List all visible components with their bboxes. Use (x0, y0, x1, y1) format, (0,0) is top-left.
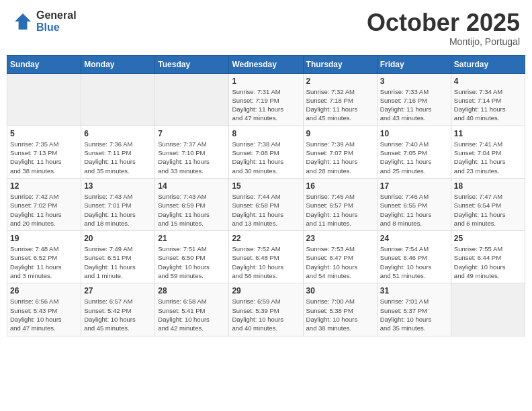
logo-general: General (36, 9, 77, 21)
day-info: Sunrise: 7:33 AM Sunset: 7:16 PM Dayligh… (380, 87, 448, 123)
logo-blue: Blue (36, 21, 77, 34)
day-info: Sunrise: 6:59 AM Sunset: 5:39 PM Dayligh… (232, 297, 300, 332)
calendar-week-row: 12Sunrise: 7:42 AM Sunset: 7:02 PM Dayli… (7, 178, 525, 230)
day-info: Sunrise: 7:53 AM Sunset: 6:47 PM Dayligh… (306, 244, 374, 280)
day-number: 5 (10, 129, 78, 138)
title-block: October 2025 Montijo, Portugal (367, 9, 520, 47)
day-number: 1 (232, 77, 300, 86)
calendar-cell: 28Sunrise: 6:58 AM Sunset: 5:41 PM Dayli… (155, 283, 229, 336)
weekday-header: Saturday (451, 55, 525, 73)
calendar-cell: 16Sunrise: 7:45 AM Sunset: 6:57 PM Dayli… (303, 178, 377, 230)
day-number: 9 (306, 129, 374, 138)
weekday-header: Friday (377, 55, 451, 73)
calendar-cell: 31Sunrise: 7:01 AM Sunset: 5:37 PM Dayli… (377, 283, 451, 336)
month-title: October 2025 (367, 9, 520, 36)
day-number: 11 (454, 129, 522, 138)
day-info: Sunrise: 7:45 AM Sunset: 6:57 PM Dayligh… (306, 192, 374, 228)
calendar-cell: 2Sunrise: 7:32 AM Sunset: 7:18 PM Daylig… (303, 73, 377, 126)
calendar-cell: 7Sunrise: 7:37 AM Sunset: 7:10 PM Daylig… (155, 126, 229, 178)
calendar-cell: 21Sunrise: 7:51 AM Sunset: 6:50 PM Dayli… (155, 231, 229, 283)
calendar-cell: 6Sunrise: 7:36 AM Sunset: 7:11 PM Daylig… (81, 126, 155, 178)
day-number: 17 (380, 181, 448, 191)
day-number: 3 (380, 77, 448, 86)
calendar-week-row: 26Sunrise: 6:56 AM Sunset: 5:43 PM Dayli… (7, 283, 525, 336)
day-number: 22 (232, 234, 300, 243)
page-header: General Blue October 2025 Montijo, Portu… (7, 7, 525, 50)
day-number: 26 (10, 286, 78, 295)
calendar-cell: 23Sunrise: 7:53 AM Sunset: 6:47 PM Dayli… (303, 231, 377, 283)
day-info: Sunrise: 7:54 AM Sunset: 6:46 PM Dayligh… (380, 244, 448, 280)
calendar-table: SundayMondayTuesdayWednesdayThursdayFrid… (7, 55, 525, 336)
day-number: 15 (232, 181, 300, 191)
day-info: Sunrise: 7:44 AM Sunset: 6:58 PM Dayligh… (232, 192, 300, 228)
day-number: 20 (84, 234, 152, 243)
day-info: Sunrise: 7:35 AM Sunset: 7:13 PM Dayligh… (10, 140, 78, 175)
calendar-cell (81, 73, 155, 126)
weekday-header: Wednesday (229, 55, 303, 73)
day-info: Sunrise: 6:57 AM Sunset: 5:42 PM Dayligh… (84, 297, 152, 332)
day-info: Sunrise: 7:34 AM Sunset: 7:14 PM Dayligh… (454, 87, 522, 123)
weekday-header: Tuesday (155, 55, 229, 73)
day-number: 6 (84, 129, 152, 138)
calendar-cell: 26Sunrise: 6:56 AM Sunset: 5:43 PM Dayli… (7, 283, 81, 336)
calendar-cell: 5Sunrise: 7:35 AM Sunset: 7:13 PM Daylig… (7, 126, 81, 178)
day-number: 31 (380, 286, 448, 295)
day-info: Sunrise: 7:32 AM Sunset: 7:18 PM Dayligh… (306, 87, 374, 123)
day-number: 30 (306, 286, 374, 295)
day-number: 13 (84, 181, 152, 191)
day-number: 7 (158, 129, 226, 138)
day-info: Sunrise: 7:38 AM Sunset: 7:08 PM Dayligh… (232, 140, 300, 175)
day-info: Sunrise: 7:46 AM Sunset: 6:55 PM Dayligh… (380, 192, 448, 228)
calendar-cell (451, 283, 525, 336)
calendar-cell: 3Sunrise: 7:33 AM Sunset: 7:16 PM Daylig… (377, 73, 451, 126)
location-subtitle: Montijo, Portugal (367, 36, 520, 47)
day-number: 23 (306, 234, 374, 243)
calendar-cell: 1Sunrise: 7:31 AM Sunset: 7:19 PM Daylig… (229, 73, 303, 126)
calendar-cell: 22Sunrise: 7:52 AM Sunset: 6:48 PM Dayli… (229, 231, 303, 283)
day-info: Sunrise: 7:31 AM Sunset: 7:19 PM Dayligh… (232, 87, 300, 123)
day-info: Sunrise: 6:58 AM Sunset: 5:41 PM Dayligh… (158, 297, 226, 332)
calendar-cell: 18Sunrise: 7:47 AM Sunset: 6:54 PM Dayli… (451, 178, 525, 230)
calendar-cell: 27Sunrise: 6:57 AM Sunset: 5:42 PM Dayli… (81, 283, 155, 336)
calendar-cell: 10Sunrise: 7:40 AM Sunset: 7:05 PM Dayli… (377, 126, 451, 178)
day-info: Sunrise: 7:36 AM Sunset: 7:11 PM Dayligh… (84, 140, 152, 175)
day-number: 14 (158, 181, 226, 191)
calendar-week-row: 19Sunrise: 7:48 AM Sunset: 6:52 PM Dayli… (7, 231, 525, 283)
day-number: 21 (158, 234, 226, 243)
weekday-header: Monday (81, 55, 155, 73)
calendar-cell: 19Sunrise: 7:48 AM Sunset: 6:52 PM Dayli… (7, 231, 81, 283)
day-number: 18 (454, 181, 522, 191)
day-info: Sunrise: 7:51 AM Sunset: 6:50 PM Dayligh… (158, 244, 226, 280)
calendar-cell: 15Sunrise: 7:44 AM Sunset: 6:58 PM Dayli… (229, 178, 303, 230)
day-info: Sunrise: 7:41 AM Sunset: 7:04 PM Dayligh… (454, 140, 522, 175)
weekday-header: Thursday (303, 55, 377, 73)
day-number: 4 (454, 77, 522, 86)
day-number: 19 (10, 234, 78, 243)
calendar-header-row: SundayMondayTuesdayWednesdayThursdayFrid… (7, 55, 525, 73)
calendar-cell: 9Sunrise: 7:39 AM Sunset: 7:07 PM Daylig… (303, 126, 377, 178)
day-number: 2 (306, 77, 374, 86)
day-info: Sunrise: 7:43 AM Sunset: 6:59 PM Dayligh… (158, 192, 226, 228)
calendar-cell: 30Sunrise: 7:00 AM Sunset: 5:38 PM Dayli… (303, 283, 377, 336)
day-info: Sunrise: 7:52 AM Sunset: 6:48 PM Dayligh… (232, 244, 300, 280)
calendar-cell (155, 73, 229, 126)
logo: General Blue (12, 9, 77, 33)
day-info: Sunrise: 7:37 AM Sunset: 7:10 PM Dayligh… (158, 140, 226, 175)
day-number: 24 (380, 234, 448, 243)
calendar-cell: 14Sunrise: 7:43 AM Sunset: 6:59 PM Dayli… (155, 178, 229, 230)
calendar-cell: 25Sunrise: 7:55 AM Sunset: 6:44 PM Dayli… (451, 231, 525, 283)
day-number: 28 (158, 286, 226, 295)
calendar-cell: 24Sunrise: 7:54 AM Sunset: 6:46 PM Dayli… (377, 231, 451, 283)
calendar-cell: 29Sunrise: 6:59 AM Sunset: 5:39 PM Dayli… (229, 283, 303, 336)
day-info: Sunrise: 7:47 AM Sunset: 6:54 PM Dayligh… (454, 192, 522, 228)
day-info: Sunrise: 7:40 AM Sunset: 7:05 PM Dayligh… (380, 140, 448, 175)
calendar-week-row: 1Sunrise: 7:31 AM Sunset: 7:19 PM Daylig… (7, 73, 525, 126)
day-info: Sunrise: 7:01 AM Sunset: 5:37 PM Dayligh… (380, 297, 448, 332)
calendar-week-row: 5Sunrise: 7:35 AM Sunset: 7:13 PM Daylig… (7, 126, 525, 178)
calendar-cell: 12Sunrise: 7:42 AM Sunset: 7:02 PM Dayli… (7, 178, 81, 230)
calendar-cell: 8Sunrise: 7:38 AM Sunset: 7:08 PM Daylig… (229, 126, 303, 178)
day-number: 25 (454, 234, 522, 243)
day-number: 12 (10, 181, 78, 191)
day-info: Sunrise: 7:43 AM Sunset: 7:01 PM Dayligh… (84, 192, 152, 228)
day-info: Sunrise: 7:00 AM Sunset: 5:38 PM Dayligh… (306, 297, 374, 332)
